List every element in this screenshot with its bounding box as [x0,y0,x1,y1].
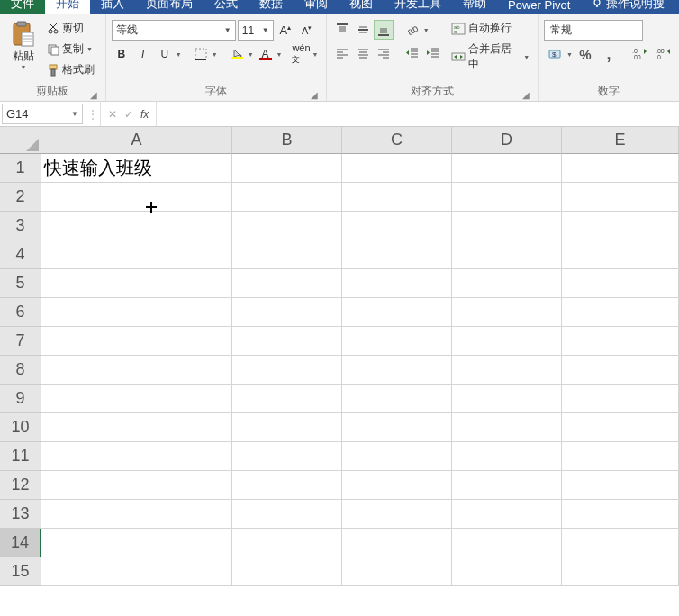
tab-formulas[interactable]: 公式 [204,0,249,14]
cell-B15[interactable] [232,557,342,586]
tab-home[interactable]: 开始 [45,0,90,14]
formula-input[interactable] [157,102,679,126]
align-top-button[interactable] [332,20,352,40]
column-header-A[interactable]: A [41,127,232,154]
column-header-B[interactable]: B [232,127,342,154]
cell-E15[interactable] [562,557,679,586]
cells-grid[interactable]: 快速输入班级 [41,154,679,586]
cell-B2[interactable] [232,183,342,212]
insert-function-button[interactable]: fx [140,108,149,121]
row-header-7[interactable]: 7 [0,327,41,356]
number-format-select[interactable]: 常规 [544,20,643,41]
cell-D15[interactable] [452,557,562,586]
tell-me-search[interactable]: 操作说明搜 [581,0,675,14]
currency-button[interactable]: $ [544,44,566,64]
cell-E8[interactable] [562,356,679,385]
cell-C11[interactable] [342,442,452,471]
tab-insert[interactable]: 插入 [90,0,135,14]
copy-button[interactable]: 复制 ▼ [45,41,96,58]
align-right-button[interactable] [374,43,394,63]
dialog-launcher-icon[interactable]: ◢ [310,90,319,99]
tab-page-layout[interactable]: 页面布局 [135,0,204,14]
cell-B8[interactable] [232,356,342,385]
cell-B4[interactable] [232,240,342,269]
cell-C7[interactable] [342,327,452,356]
dialog-launcher-icon[interactable]: ◢ [521,90,530,99]
cell-E13[interactable] [562,500,679,529]
cell-B14[interactable] [232,529,342,557]
cell-C14[interactable] [342,529,452,557]
cell-A6[interactable] [41,298,232,327]
cell-E4[interactable] [562,240,679,269]
cell-A12[interactable] [41,471,232,500]
wrap-text-button[interactable]: abc 自动换行 [448,20,532,37]
dialog-launcher-icon[interactable]: ◢ [89,90,98,99]
tab-view[interactable]: 视图 [339,0,384,14]
cell-A1[interactable]: 快速输入班级 [41,154,232,183]
cancel-formula-button[interactable]: ✕ [108,108,117,121]
chevron-down-icon[interactable]: ▼ [248,51,254,58]
cell-C5[interactable] [342,269,452,298]
tab-data[interactable]: 数据 [249,0,294,14]
cell-D1[interactable] [452,154,562,183]
tab-power-pivot[interactable]: Power Pivot [497,0,581,14]
chevron-down-icon[interactable]: ▼ [566,51,573,58]
align-middle-button[interactable] [353,20,373,40]
italic-button[interactable]: I [133,44,153,64]
cell-E1[interactable] [562,154,679,183]
chevron-down-icon[interactable]: ▼ [212,51,218,58]
cell-A2[interactable] [41,183,232,212]
cell-C1[interactable] [342,154,452,183]
cell-B7[interactable] [232,327,342,356]
row-header-12[interactable]: 12 [0,471,41,500]
cell-E3[interactable] [562,212,679,240]
cell-C2[interactable] [342,183,452,212]
decrease-decimal-button[interactable]: .00.0 [652,44,674,64]
increase-indent-button[interactable] [423,43,443,63]
cell-D13[interactable] [452,500,562,529]
cell-D12[interactable] [452,471,562,500]
fill-color-button[interactable] [227,44,247,64]
percent-button[interactable]: % [575,44,596,64]
cell-D10[interactable] [452,413,562,442]
column-header-D[interactable]: D [452,127,562,154]
cell-D7[interactable] [452,327,562,356]
paste-button[interactable]: 粘贴 ▼ [5,16,41,84]
row-header-8[interactable]: 8 [0,356,41,385]
name-box[interactable]: G14 ▼ [2,104,83,124]
row-header-13[interactable]: 13 [0,500,41,529]
cell-A9[interactable] [41,385,232,413]
orientation-button[interactable]: ab [403,20,422,40]
align-left-button[interactable] [332,43,352,63]
cell-E5[interactable] [562,269,679,298]
decrease-font-button[interactable]: A▾ [297,21,317,41]
row-header-10[interactable]: 10 [0,413,41,442]
cut-button[interactable]: 剪切 [45,20,96,37]
merge-center-button[interactable]: 合并后居中 ▼ [448,41,532,73]
cell-A10[interactable] [41,413,232,442]
cell-B13[interactable] [232,500,342,529]
cell-D6[interactable] [452,298,562,327]
cell-E6[interactable] [562,298,679,327]
row-header-2[interactable]: 2 [0,183,41,212]
chevron-down-icon[interactable]: ▼ [423,27,430,33]
cell-D9[interactable] [452,385,562,413]
cell-A7[interactable] [41,327,232,356]
cell-C12[interactable] [342,471,452,500]
chevron-down-icon[interactable]: ▼ [312,51,319,58]
cell-D8[interactable] [452,356,562,385]
cell-E9[interactable] [562,385,679,413]
row-header-11[interactable]: 11 [0,442,41,471]
row-header-9[interactable]: 9 [0,385,41,413]
font-name-select[interactable]: 等线 ▼ [112,20,236,41]
cell-A15[interactable] [41,557,232,586]
cell-D3[interactable] [452,212,562,240]
cell-E12[interactable] [562,471,679,500]
cell-A3[interactable] [41,212,232,240]
font-size-select[interactable]: 11 ▼ [238,20,274,41]
cell-E14[interactable] [562,529,679,557]
cell-C13[interactable] [342,500,452,529]
font-color-button[interactable]: A [256,44,276,64]
row-header-4[interactable]: 4 [0,240,41,269]
borders-button[interactable] [191,44,211,64]
